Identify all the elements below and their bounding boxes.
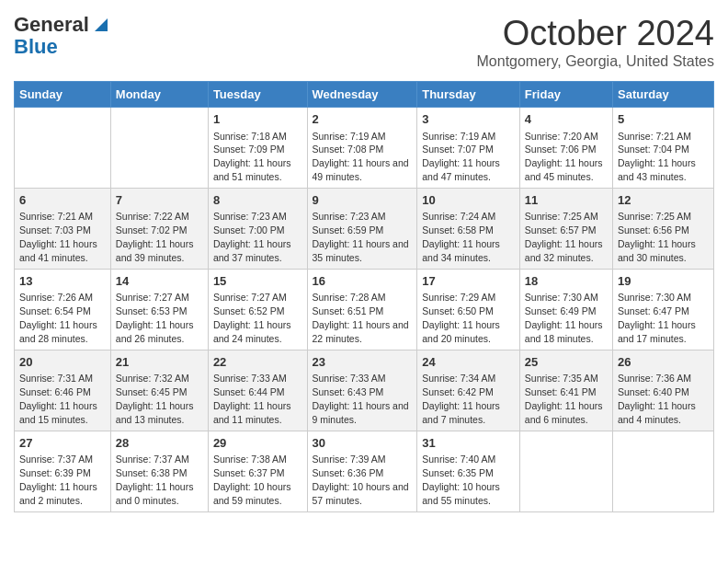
day-info: Sunrise: 7:36 AMSunset: 6:40 PMDaylight:… — [618, 373, 696, 425]
calendar-cell: 19Sunrise: 7:30 AMSunset: 6:47 PMDayligh… — [613, 269, 714, 350]
svg-marker-0 — [95, 18, 108, 31]
col-header-saturday: Saturday — [613, 82, 714, 108]
week-row-2: 6Sunrise: 7:21 AMSunset: 7:03 PMDaylight… — [15, 188, 714, 269]
day-info: Sunrise: 7:28 AMSunset: 6:51 PMDaylight:… — [313, 292, 409, 344]
day-info: Sunrise: 7:25 AMSunset: 6:57 PMDaylight:… — [525, 211, 603, 263]
day-info: Sunrise: 7:23 AMSunset: 6:59 PMDaylight:… — [313, 211, 409, 263]
day-number: 6 — [19, 192, 106, 209]
week-row-4: 20Sunrise: 7:31 AMSunset: 6:46 PMDayligh… — [15, 350, 714, 431]
calendar-cell: 4Sunrise: 7:20 AMSunset: 7:06 PMDaylight… — [519, 108, 612, 189]
calendar-cell: 30Sunrise: 7:39 AMSunset: 6:36 PMDayligh… — [307, 431, 417, 511]
week-row-3: 13Sunrise: 7:26 AMSunset: 6:54 PMDayligh… — [15, 269, 714, 350]
day-info: Sunrise: 7:21 AMSunset: 7:03 PMDaylight:… — [19, 211, 97, 263]
day-info: Sunrise: 7:37 AMSunset: 6:39 PMDaylight:… — [19, 454, 97, 506]
day-info: Sunrise: 7:19 AMSunset: 7:07 PMDaylight:… — [422, 131, 500, 183]
day-info: Sunrise: 7:40 AMSunset: 6:35 PMDaylight:… — [422, 454, 500, 506]
day-info: Sunrise: 7:20 AMSunset: 7:06 PMDaylight:… — [525, 131, 603, 183]
day-info: Sunrise: 7:27 AMSunset: 6:53 PMDaylight:… — [116, 292, 194, 344]
day-number: 24 — [422, 354, 515, 371]
calendar-cell: 5Sunrise: 7:21 AMSunset: 7:04 PMDaylight… — [613, 108, 714, 189]
logo-general: General — [14, 14, 89, 36]
calendar-cell: 28Sunrise: 7:37 AMSunset: 6:38 PMDayligh… — [110, 431, 208, 511]
calendar-cell — [613, 431, 714, 511]
calendar-cell: 17Sunrise: 7:29 AMSunset: 6:50 PMDayligh… — [417, 269, 520, 350]
calendar-cell: 22Sunrise: 7:33 AMSunset: 6:44 PMDayligh… — [208, 350, 307, 431]
title-block: October 2024 Montgomery, Georgia, United… — [477, 14, 715, 70]
day-info: Sunrise: 7:34 AMSunset: 6:42 PMDaylight:… — [422, 373, 500, 425]
calendar-cell: 23Sunrise: 7:33 AMSunset: 6:43 PMDayligh… — [307, 350, 417, 431]
day-number: 18 — [525, 273, 608, 290]
calendar-cell: 7Sunrise: 7:22 AMSunset: 7:02 PMDaylight… — [110, 188, 208, 269]
calendar-cell: 1Sunrise: 7:18 AMSunset: 7:09 PMDaylight… — [208, 108, 307, 189]
col-header-friday: Friday — [519, 82, 612, 108]
calendar-cell — [519, 431, 612, 511]
calendar-cell: 6Sunrise: 7:21 AMSunset: 7:03 PMDaylight… — [15, 188, 111, 269]
calendar-cell: 27Sunrise: 7:37 AMSunset: 6:39 PMDayligh… — [15, 431, 111, 511]
header: General Blue October 2024 Montgomery, Ge… — [14, 14, 714, 70]
col-header-tuesday: Tuesday — [208, 82, 307, 108]
day-number: 20 — [19, 354, 106, 371]
day-info: Sunrise: 7:30 AMSunset: 6:47 PMDaylight:… — [618, 292, 696, 344]
day-info: Sunrise: 7:37 AMSunset: 6:38 PMDaylight:… — [116, 454, 194, 506]
day-number: 17 — [422, 273, 515, 290]
col-header-sunday: Sunday — [15, 82, 111, 108]
day-number: 29 — [213, 435, 302, 452]
calendar-cell: 18Sunrise: 7:30 AMSunset: 6:49 PMDayligh… — [519, 269, 612, 350]
day-info: Sunrise: 7:39 AMSunset: 6:36 PMDaylight:… — [313, 454, 409, 506]
calendar-cell: 15Sunrise: 7:27 AMSunset: 6:52 PMDayligh… — [208, 269, 307, 350]
day-info: Sunrise: 7:35 AMSunset: 6:41 PMDaylight:… — [525, 373, 603, 425]
day-number: 11 — [525, 192, 608, 209]
day-number: 7 — [116, 192, 203, 209]
day-number: 2 — [313, 111, 413, 128]
calendar-cell: 12Sunrise: 7:25 AMSunset: 6:56 PMDayligh… — [613, 188, 714, 269]
day-info: Sunrise: 7:23 AMSunset: 7:00 PMDaylight:… — [213, 211, 291, 263]
day-number: 27 — [19, 435, 106, 452]
calendar-cell: 16Sunrise: 7:28 AMSunset: 6:51 PMDayligh… — [307, 269, 417, 350]
day-info: Sunrise: 7:32 AMSunset: 6:45 PMDaylight:… — [116, 373, 194, 425]
calendar-cell: 10Sunrise: 7:24 AMSunset: 6:58 PMDayligh… — [417, 188, 520, 269]
col-header-monday: Monday — [110, 82, 208, 108]
header-row: SundayMondayTuesdayWednesdayThursdayFrid… — [15, 82, 714, 108]
day-info: Sunrise: 7:21 AMSunset: 7:04 PMDaylight:… — [618, 131, 696, 183]
day-number: 15 — [213, 273, 302, 290]
calendar-cell: 11Sunrise: 7:25 AMSunset: 6:57 PMDayligh… — [519, 188, 612, 269]
day-number: 9 — [313, 192, 413, 209]
day-number: 5 — [618, 111, 709, 128]
day-number: 19 — [618, 273, 709, 290]
calendar-cell: 13Sunrise: 7:26 AMSunset: 6:54 PMDayligh… — [15, 269, 111, 350]
day-number: 30 — [313, 435, 413, 452]
day-info: Sunrise: 7:29 AMSunset: 6:50 PMDaylight:… — [422, 292, 500, 344]
week-row-5: 27Sunrise: 7:37 AMSunset: 6:39 PMDayligh… — [15, 431, 714, 511]
day-number: 3 — [422, 111, 515, 128]
day-number: 31 — [422, 435, 515, 452]
day-number: 28 — [116, 435, 203, 452]
day-number: 16 — [313, 273, 413, 290]
calendar-table: SundayMondayTuesdayWednesdayThursdayFrid… — [14, 81, 714, 512]
calendar-cell: 3Sunrise: 7:19 AMSunset: 7:07 PMDaylight… — [417, 108, 520, 189]
day-number: 21 — [116, 354, 203, 371]
day-number: 4 — [525, 111, 608, 128]
calendar-cell — [110, 108, 208, 189]
day-number: 14 — [116, 273, 203, 290]
day-number: 8 — [213, 192, 302, 209]
day-info: Sunrise: 7:27 AMSunset: 6:52 PMDaylight:… — [213, 292, 291, 344]
calendar-cell: 29Sunrise: 7:38 AMSunset: 6:37 PMDayligh… — [208, 431, 307, 511]
day-number: 1 — [213, 111, 302, 128]
col-header-thursday: Thursday — [417, 82, 520, 108]
calendar-cell: 8Sunrise: 7:23 AMSunset: 7:00 PMDaylight… — [208, 188, 307, 269]
day-info: Sunrise: 7:18 AMSunset: 7:09 PMDaylight:… — [213, 131, 291, 183]
day-info: Sunrise: 7:38 AMSunset: 6:37 PMDaylight:… — [213, 454, 291, 506]
calendar-cell: 21Sunrise: 7:32 AMSunset: 6:45 PMDayligh… — [110, 350, 208, 431]
calendar-cell: 2Sunrise: 7:19 AMSunset: 7:08 PMDaylight… — [307, 108, 417, 189]
logo-icon — [91, 15, 111, 35]
day-info: Sunrise: 7:33 AMSunset: 6:44 PMDaylight:… — [213, 373, 291, 425]
calendar-cell: 31Sunrise: 7:40 AMSunset: 6:35 PMDayligh… — [417, 431, 520, 511]
day-info: Sunrise: 7:25 AMSunset: 6:56 PMDaylight:… — [618, 211, 696, 263]
day-number: 12 — [618, 192, 709, 209]
day-info: Sunrise: 7:19 AMSunset: 7:08 PMDaylight:… — [313, 131, 409, 183]
calendar-cell: 24Sunrise: 7:34 AMSunset: 6:42 PMDayligh… — [417, 350, 520, 431]
day-number: 26 — [618, 354, 709, 371]
calendar-cell: 14Sunrise: 7:27 AMSunset: 6:53 PMDayligh… — [110, 269, 208, 350]
calendar-cell: 25Sunrise: 7:35 AMSunset: 6:41 PMDayligh… — [519, 350, 612, 431]
col-header-wednesday: Wednesday — [307, 82, 417, 108]
